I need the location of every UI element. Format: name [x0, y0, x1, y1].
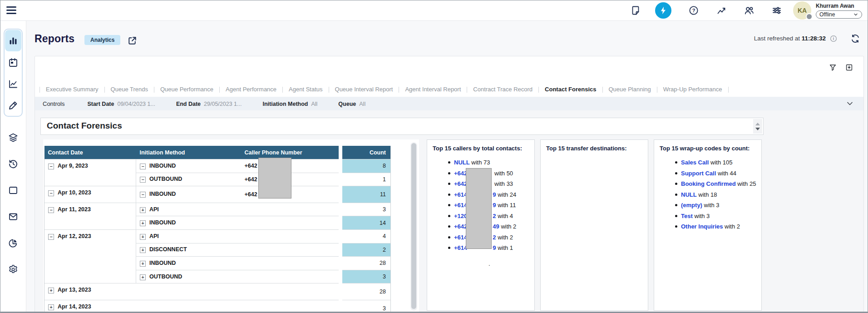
collapse-toggle-icon[interactable]: − — [48, 190, 54, 196]
cell-date: −Apr 9, 2023 — [44, 159, 136, 186]
collapse-toggle-icon[interactable]: − — [140, 177, 146, 183]
spinner-down-icon[interactable] — [755, 128, 760, 130]
controls-collapse-icon[interactable] — [845, 99, 854, 108]
tab-queue-interval-report[interactable]: Queue Interval Report — [329, 83, 399, 96]
filter-icon[interactable] — [829, 63, 837, 72]
filter-initiation-method[interactable]: Initiation MethodAll — [262, 99, 317, 108]
tab-queue-trends[interactable]: Queue Trends — [105, 83, 154, 96]
tab-wrap-up-performance[interactable]: Wrap-Up Performance — [657, 83, 728, 96]
item-link[interactable]: +642 — [454, 180, 467, 187]
tab-agent-status[interactable]: Agent Status — [283, 83, 328, 96]
tab-queue-planning[interactable]: Queue Planning — [603, 83, 657, 96]
cell-spacer — [339, 159, 342, 173]
item-link-tail[interactable]: 49 — [493, 223, 499, 230]
avatar[interactable]: KA — [793, 1, 811, 20]
sidebar-item-mail[interactable] — [4, 204, 23, 230]
item-link[interactable]: Sales Call — [681, 159, 709, 166]
spinner-up-icon[interactable] — [755, 123, 760, 125]
sidebar-item-pie-chart[interactable] — [4, 230, 23, 256]
sidebar-item-layers[interactable] — [4, 124, 23, 151]
item-link[interactable]: (empty) — [681, 202, 702, 209]
filter-label: Queue — [338, 101, 356, 107]
status-dropdown[interactable]: Offline — [816, 10, 862, 19]
column-header-initiation-method[interactable]: Initiation Method — [136, 146, 241, 159]
agents-icon[interactable] — [744, 5, 755, 16]
download-icon[interactable] — [845, 63, 853, 72]
expand-toggle-icon[interactable]: + — [140, 274, 146, 280]
expand-toggle-icon[interactable]: + — [140, 207, 146, 213]
item-count-text: with 33 — [493, 180, 513, 187]
collapse-toggle-icon[interactable]: − — [48, 234, 54, 240]
filter-start-date[interactable]: Start Date09/04/2023 1... — [87, 99, 155, 108]
list-item: Test with 3 — [674, 211, 761, 222]
item-link[interactable]: +614 — [454, 202, 467, 209]
scrollbar-thumb[interactable] — [411, 143, 416, 309]
tab-contract-trace-record[interactable]: Contract Trace Record — [467, 83, 538, 96]
cell-text: INBOUND — [149, 163, 176, 169]
tab-contact-forensics[interactable]: Contact Forensics — [539, 83, 602, 96]
expand-toggle-icon[interactable]: + — [140, 220, 146, 226]
item-link[interactable]: NULL — [681, 191, 697, 198]
item-link[interactable]: +120 — [454, 213, 467, 219]
sidebar-item-design[interactable] — [5, 94, 22, 116]
item-link[interactable]: +642 — [454, 223, 467, 230]
item-link[interactable]: NULL — [454, 159, 470, 166]
item-count-text: with 1 — [496, 244, 513, 251]
sidebar-item-line-chart[interactable] — [5, 73, 22, 94]
list-item: Other Inquiries with 2 — [674, 221, 761, 232]
item-link[interactable]: +614 — [454, 234, 467, 241]
sidebar-item-settings[interactable] — [4, 256, 23, 283]
settings-sliders-icon[interactable] — [771, 5, 782, 16]
sidebar-item-calendar[interactable] — [5, 52, 22, 73]
item-link[interactable]: Booking Confirmed — [681, 180, 736, 187]
tab-agent-interval-report[interactable]: Agent Interval Report — [399, 83, 467, 96]
metrics-icon[interactable] — [716, 5, 727, 16]
tab-agent-performance[interactable]: Agent Performance — [220, 83, 282, 96]
cell-phone — [241, 203, 339, 216]
item-link-tail[interactable]: 9 — [493, 244, 496, 251]
collapse-toggle-icon[interactable]: − — [48, 164, 54, 169]
cell-text: Apr 11, 2023 — [58, 206, 91, 213]
expand-toggle-icon[interactable]: + — [140, 234, 146, 240]
collapse-toggle-icon[interactable]: − — [140, 164, 146, 169]
info-icon[interactable]: i — [829, 35, 838, 43]
vertical-scrollbar[interactable] — [410, 142, 417, 311]
expand-toggle-icon[interactable]: + — [48, 288, 54, 293]
sidebar-item-window[interactable] — [4, 177, 23, 204]
column-header-count[interactable]: Count — [342, 146, 391, 159]
filter-queue[interactable]: QueueAll — [338, 99, 365, 108]
hamburger-menu-icon[interactable] — [6, 6, 16, 14]
item-link-tail[interactable]: 9 — [493, 202, 496, 209]
notes-icon[interactable] — [630, 5, 641, 16]
item-link[interactable]: Test — [681, 213, 693, 219]
column-header-contact-date[interactable]: Contact Date — [44, 146, 136, 159]
help-icon[interactable]: ? — [688, 5, 699, 16]
forensics-table: Contact DateInitiation MethodCaller Phon… — [44, 146, 391, 312]
redaction-overlay — [466, 168, 492, 249]
flash-icon[interactable] — [655, 2, 671, 19]
item-count-text: with 44 — [716, 170, 736, 177]
item-link-tail[interactable]: 2 — [493, 213, 496, 219]
refresh-icon[interactable] — [850, 34, 860, 44]
expand-toggle-icon[interactable]: + — [140, 261, 146, 267]
external-link-icon[interactable] — [127, 35, 138, 46]
expand-toggle-icon[interactable]: + — [140, 247, 146, 253]
expand-toggle-icon[interactable]: + — [48, 304, 54, 310]
cell-count: 8 — [342, 159, 391, 173]
collapse-toggle-icon[interactable]: − — [48, 207, 54, 213]
tab-queue-performance[interactable]: Queue Performance — [154, 83, 219, 96]
item-link-tail[interactable]: 9 — [493, 191, 496, 198]
item-link[interactable]: +642 — [454, 170, 467, 177]
sidebar-item-bar-chart[interactable] — [5, 30, 21, 51]
filter-end-date[interactable]: End Date29/05/2023 1... — [176, 99, 242, 108]
last-refreshed-label: Last refreshed at — [754, 35, 800, 42]
tab-executive-summary[interactable]: Executive Summary — [40, 83, 104, 96]
item-link-tail[interactable]: 2 — [493, 234, 496, 241]
collapse-toggle-icon[interactable]: − — [140, 192, 146, 198]
sidebar-item-history[interactable] — [4, 151, 23, 177]
cell-count: 2 — [342, 243, 391, 257]
item-link[interactable]: Support Call — [681, 170, 716, 177]
item-link[interactable]: +614 — [454, 244, 467, 251]
item-link[interactable]: Other Inquiries — [681, 223, 723, 230]
item-link[interactable]: +614 — [454, 191, 467, 198]
